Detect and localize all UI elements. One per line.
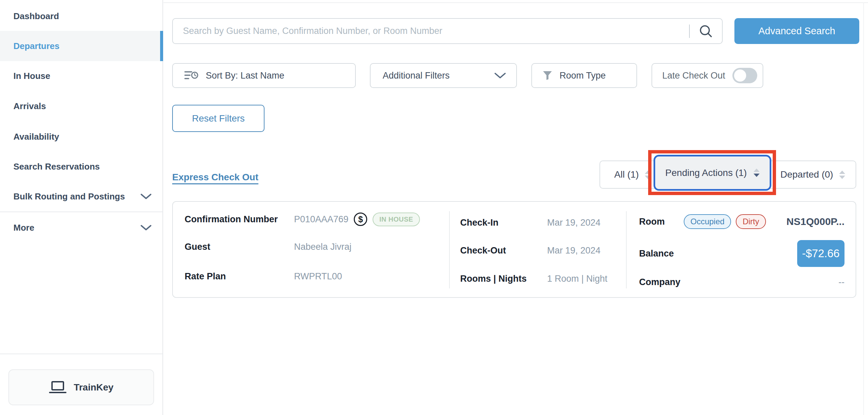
sort-icon xyxy=(184,70,198,81)
check-out-date: Mar 19, 2024 xyxy=(547,245,600,256)
sidebar-item-label: Arrivals xyxy=(13,101,152,112)
tab-all-label: All (1) xyxy=(614,169,639,180)
search-divider xyxy=(689,25,690,38)
rooms-nights-row: Rooms | Nights 1 Room | Night xyxy=(460,271,618,287)
funnel-icon xyxy=(542,70,553,81)
laptop-icon xyxy=(49,381,66,394)
in-house-badge: IN HOUSE xyxy=(373,212,420,226)
late-check-out-toggle[interactable] xyxy=(733,68,757,83)
rate-plan-label: Rate Plan xyxy=(185,271,294,282)
trainkey-label: TrainKey xyxy=(74,382,114,393)
sort-by-label: Sort By: Last Name xyxy=(206,70,284,81)
balance-chip[interactable]: -$72.66 xyxy=(797,240,844,267)
occupied-badge: Occupied xyxy=(684,214,731,229)
sort-arrows-icon[interactable] xyxy=(645,171,651,179)
sidebar-item-label: Availability xyxy=(13,131,152,142)
late-check-out-filter: Late Check Out xyxy=(651,63,763,88)
reservation-card[interactable]: Confirmation Number P010AAA769 $ IN HOUS… xyxy=(172,201,856,298)
sidebar-divider xyxy=(0,211,163,212)
sort-arrows-icon[interactable] xyxy=(839,171,845,179)
reset-filters-button[interactable]: Reset Filters xyxy=(172,105,265,132)
rate-plan-value: RWPRTL00 xyxy=(294,271,342,282)
rooms-nights-value: 1 Room | Night xyxy=(547,274,608,284)
check-out-label: Check-Out xyxy=(460,245,547,256)
toggle-knob xyxy=(734,69,746,82)
tab-pending-actions[interactable]: Pending Actions (1) xyxy=(653,155,771,191)
sidebar-item-label: Departures xyxy=(13,41,152,51)
confirmation-label: Confirmation Number xyxy=(185,214,294,225)
check-in-date: Mar 19, 2024 xyxy=(547,217,600,228)
additional-filters-dropdown[interactable]: Additional Filters xyxy=(370,63,517,88)
sort-by-dropdown[interactable]: Sort By: Last Name xyxy=(172,63,356,88)
balance-row: Balance -$72.66 xyxy=(639,240,844,267)
sidebar-item-label: Dashboard xyxy=(13,11,152,22)
sidebar-item-availability[interactable]: Availability xyxy=(0,122,163,152)
chevron-down-icon xyxy=(494,72,506,79)
sidebar-item-dashboard[interactable]: Dashboard xyxy=(0,1,163,31)
content-top-border xyxy=(163,2,868,3)
tab-pending-actions-label: Pending Actions (1) xyxy=(665,168,747,178)
scrollbar-track[interactable] xyxy=(863,2,864,415)
chevron-down-icon xyxy=(140,224,152,231)
sidebar-item-departures[interactable]: Departures xyxy=(0,31,163,61)
company-row: Company -- xyxy=(639,274,844,290)
check-in-row: Check-In Mar 19, 2024 xyxy=(460,214,618,231)
guest-label: Guest xyxy=(185,242,294,252)
sidebar-item-label: More xyxy=(13,223,140,233)
advanced-search-button[interactable]: Advanced Search xyxy=(735,18,859,44)
tab-departed-label: Departed (0) xyxy=(780,169,833,180)
dirty-badge: Dirty xyxy=(736,214,766,229)
sidebar-item-label: Search Reservations xyxy=(13,161,152,172)
search-bar xyxy=(172,18,723,44)
sidebar-item-search-reservations[interactable]: Search Reservations xyxy=(0,151,163,182)
sidebar: Dashboard Departures In House Arrivals A… xyxy=(0,0,163,415)
card-column-divider xyxy=(449,211,450,289)
chevron-down-icon xyxy=(140,193,152,200)
sidebar-item-more[interactable]: More xyxy=(0,212,163,243)
sidebar-item-bulk-routing[interactable]: Bulk Routing and Postings xyxy=(0,181,163,211)
trainkey-button[interactable]: TrainKey xyxy=(8,369,154,405)
guest-name: Nabeela Jivraj xyxy=(294,242,351,252)
sidebar-item-in-house[interactable]: In House xyxy=(0,61,163,91)
room-row: Room Occupied Dirty NS1Q000P... xyxy=(639,213,844,230)
sidebar-item-label: In House xyxy=(13,71,152,81)
additional-filters-label: Additional Filters xyxy=(383,70,494,81)
express-check-out-link[interactable]: Express Check Out xyxy=(172,172,258,183)
guest-row: Guest Nabeela Jivraj xyxy=(185,239,446,255)
room-type-filter[interactable]: Room Type xyxy=(531,63,637,88)
confirmation-number: P010AAA769 xyxy=(294,214,348,225)
search-input[interactable] xyxy=(173,19,689,43)
search-icon[interactable] xyxy=(699,24,722,39)
sidebar-bottom-divider xyxy=(0,354,163,354)
room-type-label: Room Type xyxy=(560,70,606,81)
company-value: -- xyxy=(838,277,844,288)
sidebar-item-label: Bulk Routing and Postings xyxy=(13,191,140,202)
confirmation-row: Confirmation Number P010AAA769 $ IN HOUS… xyxy=(185,211,446,227)
sidebar-item-arrivals[interactable]: Arrivals xyxy=(0,91,163,121)
sort-arrows-icon[interactable] xyxy=(753,169,760,177)
room-number: NS1Q000P... xyxy=(766,216,844,227)
tab-all[interactable]: All (1) xyxy=(614,161,651,188)
late-check-out-label: Late Check Out xyxy=(662,70,733,81)
rooms-nights-label: Rooms | Nights xyxy=(460,274,547,284)
card-column-divider xyxy=(626,211,627,289)
check-out-row: Check-Out Mar 19, 2024 xyxy=(460,242,618,259)
company-label: Company xyxy=(639,277,838,288)
rate-plan-row: Rate Plan RWPRTL00 xyxy=(185,268,446,285)
check-in-label: Check-In xyxy=(460,217,547,228)
room-label: Room xyxy=(639,216,684,227)
folio-dollar-icon[interactable]: $ xyxy=(354,212,367,226)
balance-label: Balance xyxy=(639,248,797,259)
departures-page: Dashboard Departures In House Arrivals A… xyxy=(0,0,868,415)
tab-departed[interactable]: Departed (0) xyxy=(780,161,845,188)
